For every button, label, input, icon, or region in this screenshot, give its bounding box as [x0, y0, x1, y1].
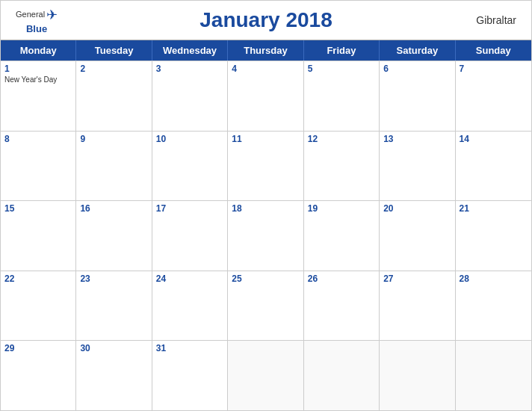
day-number: 8 — [4, 134, 72, 144]
day-number: 9 — [80, 134, 147, 144]
day-cell-4-3: 24 — [152, 271, 228, 341]
logo-blue-text: Blue — [26, 23, 47, 35]
holiday-label: New Year's Day — [4, 75, 72, 84]
day-cell-1-3: 3 — [152, 61, 228, 131]
day-cell-4-7: 28 — [456, 271, 531, 341]
day-number: 20 — [383, 203, 451, 214]
day-cell-3-7: 21 — [456, 201, 531, 271]
day-cell-2-7: 14 — [456, 132, 531, 201]
week-row-4: 22232425262728 — [1, 271, 531, 341]
day-cell-1-7: 7 — [456, 61, 531, 131]
day-number: 17 — [156, 203, 223, 214]
day-cell-5-1: 29 — [1, 341, 76, 410]
day-header-wednesday: Wednesday — [152, 40, 228, 61]
day-number: 27 — [383, 274, 451, 284]
day-number: 3 — [156, 64, 223, 74]
day-number: 18 — [232, 203, 299, 214]
week-row-3: 15161718192021 — [1, 200, 531, 271]
calendar-container: General ✈ Blue January 2018 Gibraltar Mo… — [0, 0, 532, 411]
day-number: 14 — [460, 134, 528, 144]
logo-bird-icon: ✈ — [46, 7, 58, 23]
day-cell-3-2: 16 — [76, 201, 152, 271]
day-number: 28 — [460, 274, 528, 284]
day-cell-1-6: 6 — [380, 61, 455, 131]
day-cell-5-5 — [304, 341, 380, 410]
day-number: 19 — [308, 203, 375, 214]
week-row-1: 1New Year's Day234567 — [1, 61, 531, 131]
day-cell-2-5: 12 — [304, 132, 380, 201]
day-number: 5 — [308, 64, 375, 74]
day-cell-2-4: 11 — [228, 132, 303, 201]
day-number: 10 — [156, 134, 223, 144]
day-number: 12 — [308, 134, 375, 144]
day-headers-row: Monday Tuesday Wednesday Thursday Friday… — [1, 40, 531, 61]
day-number: 23 — [80, 274, 147, 284]
day-number: 22 — [4, 274, 72, 284]
day-cell-5-2: 30 — [76, 341, 152, 410]
day-number: 6 — [383, 64, 451, 74]
calendar-header: General ✈ Blue January 2018 Gibraltar — [1, 1, 531, 40]
day-number: 11 — [232, 134, 299, 144]
day-number: 16 — [80, 203, 147, 214]
logo-general-text: General — [16, 10, 45, 19]
day-number: 26 — [308, 274, 375, 284]
day-cell-4-4: 25 — [228, 271, 303, 341]
day-cell-4-2: 23 — [76, 271, 152, 341]
day-number: 1 — [4, 64, 72, 74]
day-number: 21 — [460, 203, 528, 214]
day-cell-3-6: 20 — [380, 201, 455, 271]
day-header-saturday: Saturday — [380, 40, 455, 61]
logo: General ✈ Blue — [16, 7, 58, 35]
day-cell-4-1: 22 — [1, 271, 76, 341]
week-row-2: 891011121314 — [1, 131, 531, 201]
day-cell-1-5: 5 — [304, 61, 380, 131]
day-number: 24 — [156, 274, 223, 284]
day-number: 25 — [232, 274, 299, 284]
day-cell-2-1: 8 — [1, 132, 76, 201]
day-number: 29 — [4, 343, 72, 353]
day-cell-2-3: 10 — [152, 132, 228, 201]
day-cell-2-2: 9 — [76, 132, 152, 201]
day-cell-2-6: 13 — [380, 132, 455, 201]
day-header-friday: Friday — [304, 40, 380, 61]
day-cell-3-1: 15 — [1, 201, 76, 271]
calendar-grid: Monday Tuesday Wednesday Thursday Friday… — [1, 40, 531, 410]
day-cell-5-6 — [380, 341, 455, 410]
day-cell-1-1: 1New Year's Day — [1, 61, 76, 131]
week-row-5: 293031 — [1, 340, 531, 410]
day-header-thursday: Thursday — [228, 40, 303, 61]
day-cell-1-4: 4 — [228, 61, 303, 131]
day-number: 7 — [460, 64, 528, 74]
day-number: 15 — [4, 203, 72, 214]
day-cell-4-6: 27 — [380, 271, 455, 341]
day-cell-1-2: 2 — [76, 61, 152, 131]
day-number: 30 — [80, 343, 147, 353]
day-cell-5-7 — [456, 341, 531, 410]
region-label: Gibraltar — [476, 14, 516, 26]
weeks-container: 1New Year's Day2345678910111213141516171… — [1, 61, 531, 410]
day-cell-4-5: 26 — [304, 271, 380, 341]
day-header-tuesday: Tuesday — [76, 40, 152, 61]
day-cell-5-4 — [228, 341, 303, 410]
day-header-monday: Monday — [1, 40, 76, 61]
day-number: 31 — [156, 343, 223, 353]
day-header-sunday: Sunday — [456, 40, 531, 61]
day-cell-3-3: 17 — [152, 201, 228, 271]
day-number: 2 — [80, 64, 147, 74]
day-cell-3-4: 18 — [228, 201, 303, 271]
day-number: 13 — [383, 134, 451, 144]
calendar-title: January 2018 — [200, 8, 332, 32]
day-number: 4 — [232, 64, 299, 74]
day-cell-3-5: 19 — [304, 201, 380, 271]
day-cell-5-3: 31 — [152, 341, 228, 410]
